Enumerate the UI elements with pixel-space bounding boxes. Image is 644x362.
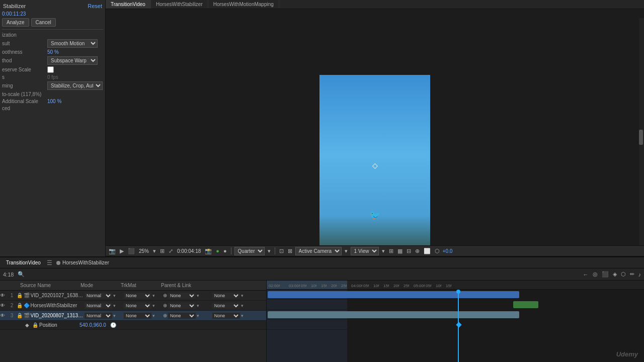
timeline-area: TransitionVideo ☰ HorsesWithStabilizer 4… xyxy=(0,256,644,362)
position-sub-row: ◆ 🔒 Position 540.0,960.0 🕐 xyxy=(0,321,266,330)
quality-dropdown-icon[interactable]: ▾ xyxy=(267,248,272,254)
crosshair-icon: ◇ xyxy=(372,161,378,169)
layer-2-icon: 🔷 xyxy=(24,303,31,308)
tl-arrow-icon[interactable]: ← xyxy=(582,272,590,278)
preserve-scale-checkbox[interactable] xyxy=(47,66,54,73)
layer-3-mode-select[interactable]: Normal xyxy=(85,313,112,319)
tab-transition-video[interactable]: TransitionVideo xyxy=(106,0,151,9)
warp-dropdown[interactable]: Subspace Warp xyxy=(47,56,98,65)
position-clock-icon[interactable]: 🕐 xyxy=(110,322,116,328)
layer-2-mode-select[interactable]: Normal xyxy=(85,303,112,309)
layer-1-link-select[interactable]: None xyxy=(212,293,240,299)
layer-3-visibility[interactable]: 👁 xyxy=(0,313,7,318)
timeline-tab-transition[interactable]: TransitionVideo xyxy=(2,259,45,266)
tl-frame-icon[interactable]: ⬛ xyxy=(601,271,610,278)
view-dropdown[interactable]: 1 View xyxy=(351,247,379,255)
track-bar-2[interactable] xyxy=(513,301,538,308)
view-dropdown-icon[interactable]: ▾ xyxy=(381,248,386,254)
layer-2-trk-select[interactable]: None xyxy=(124,303,151,309)
safe-margin-icon[interactable]: ⊟ xyxy=(406,248,412,254)
layer-3-trk-arrow[interactable]: ▾ xyxy=(152,313,155,318)
layer-1-link-arrow[interactable]: ▾ xyxy=(241,293,244,298)
render-icon[interactable]: ⬡ xyxy=(434,248,441,254)
track-bar-3[interactable] xyxy=(268,311,519,318)
analyze-cancel-group: Analyze Cancel xyxy=(2,18,103,27)
layer-3-mode-arrow[interactable]: ▾ xyxy=(113,313,116,318)
tl-solo-icon[interactable]: ◎ xyxy=(592,271,599,278)
stabilizer-title: Stabilizer xyxy=(3,3,26,9)
track-bar-1[interactable] xyxy=(268,291,519,298)
color-icon[interactable]: ● xyxy=(215,248,220,254)
layer-3-par-icon[interactable]: ⊕ xyxy=(163,313,167,318)
layer-1-par-select[interactable]: None xyxy=(168,293,196,299)
layer-1-visibility[interactable]: 👁 xyxy=(0,293,7,298)
tab-horses-stabilizer[interactable]: HorsesWithStabilizer xyxy=(151,0,208,9)
layer-1-mode: Normal ▾ xyxy=(85,293,124,299)
ruler-mark-8: 04:00f xyxy=(351,284,362,288)
alpha-icon[interactable]: ● xyxy=(222,248,228,254)
position-lock-icon[interactable]: 🔒 xyxy=(32,322,39,328)
camera-toggle-icon[interactable]: 📷 xyxy=(108,248,117,254)
tl-exp-icon[interactable]: ⬡ xyxy=(620,271,627,278)
layer-3-link-select[interactable]: None xyxy=(212,313,240,319)
layer-1-trk-arrow[interactable]: ▾ xyxy=(152,293,155,298)
analyze-button[interactable]: Analyze xyxy=(2,18,29,27)
cancel-button[interactable]: Cancel xyxy=(31,18,56,27)
timeline-file-badge: HorsesWithStabilizer xyxy=(56,260,109,265)
gizmo-icon[interactable]: ⊕ xyxy=(414,248,421,254)
position-diamond-icon[interactable]: ◆ xyxy=(25,322,32,328)
layer-2-par-arrow[interactable]: ▾ xyxy=(197,303,199,308)
preview-icon[interactable]: ▶ xyxy=(119,248,125,254)
layer-2-par-select[interactable]: None xyxy=(168,303,196,309)
layer-1-par-icon[interactable]: ⊕ xyxy=(163,293,167,298)
view-toggle-icon[interactable]: ⊞ xyxy=(388,248,394,254)
ization-row: ization xyxy=(2,32,103,38)
full-icon[interactable]: ⤢ xyxy=(168,248,174,254)
tab-horses-motion-mapping[interactable]: HorsesWithMotionMapping xyxy=(208,0,279,9)
stabilization-dropdown[interactable]: Smooth Motion xyxy=(47,39,98,48)
layer-row-2: 👁 2 🔒 🔷 HorsesWithStabilizer Normal ▾ No… xyxy=(0,301,266,311)
region-2-icon[interactable]: ⊠ xyxy=(287,248,293,254)
layer-2-visibility[interactable]: 👁 xyxy=(0,303,7,308)
layer-3-link-arrow[interactable]: ▾ xyxy=(241,313,244,318)
layer-1-trk-select[interactable]: None xyxy=(124,293,151,299)
camera-dropdown[interactable]: Active Camera xyxy=(295,247,342,255)
ruler-mark-14: 05:00f xyxy=(414,284,425,288)
tl-search-icon[interactable]: 🔍 xyxy=(17,271,26,278)
region-icon[interactable]: ⬛ xyxy=(127,248,136,254)
grid-icon[interactable]: ⊞ xyxy=(159,248,166,254)
layer-3-par-select[interactable]: None xyxy=(168,313,196,319)
layer-3-trk-select[interactable]: None xyxy=(124,313,151,319)
position-label: Position xyxy=(39,322,79,328)
layer-1-mode-select[interactable]: Normal xyxy=(85,293,112,299)
timeline-menu-icon[interactable]: ☰ xyxy=(47,259,52,266)
layer-3-lock[interactable]: 🔒 xyxy=(17,313,24,318)
layer-2-lock[interactable]: 🔒 xyxy=(17,303,24,308)
zoom-dropdown-icon[interactable]: ▾ xyxy=(152,248,157,254)
tl-motion-icon[interactable]: ◈ xyxy=(612,271,618,278)
snapshot-icon[interactable]: 📸 xyxy=(204,248,213,254)
layer-2-link-arrow[interactable]: ▾ xyxy=(241,303,244,308)
layer-2-link-select[interactable]: None xyxy=(212,303,240,309)
quality-dropdown[interactable]: Quarter Half Full xyxy=(234,247,265,255)
tl-audio-icon[interactable]: ♪ xyxy=(637,272,642,278)
layer-1-lock[interactable]: 🔒 xyxy=(17,293,24,298)
camera-dropdown-icon[interactable]: ▾ xyxy=(344,248,349,254)
layer-2-par-icon[interactable]: ⊕ xyxy=(163,303,167,308)
separator-1 xyxy=(231,247,231,254)
reset-button[interactable]: Reset xyxy=(88,3,102,9)
grid2-icon[interactable]: ▦ xyxy=(396,248,404,254)
layer-1-mode-arrow[interactable]: ▾ xyxy=(113,293,116,298)
left-panel-header: Stabilizer Reset xyxy=(2,2,103,11)
3d-icon[interactable]: ⬜ xyxy=(423,248,432,254)
tl-paint-icon[interactable]: ✏ xyxy=(629,271,635,278)
layer-3-par-arrow[interactable]: ▾ xyxy=(197,313,199,318)
layer-1-parent: ⊕ None ▾ xyxy=(163,293,212,299)
layer-2-mode-arrow[interactable]: ▾ xyxy=(113,303,116,308)
layer-2-trk-arrow[interactable]: ▾ xyxy=(152,303,155,308)
playhead[interactable] xyxy=(458,290,459,362)
framing-dropdown[interactable]: Stabilize, Crop, Auto... xyxy=(47,81,103,90)
ruler-mark-16: 10f xyxy=(436,284,441,288)
fit-icon[interactable]: ⊡ xyxy=(278,248,285,254)
layer-1-par-arrow[interactable]: ▾ xyxy=(197,293,199,298)
